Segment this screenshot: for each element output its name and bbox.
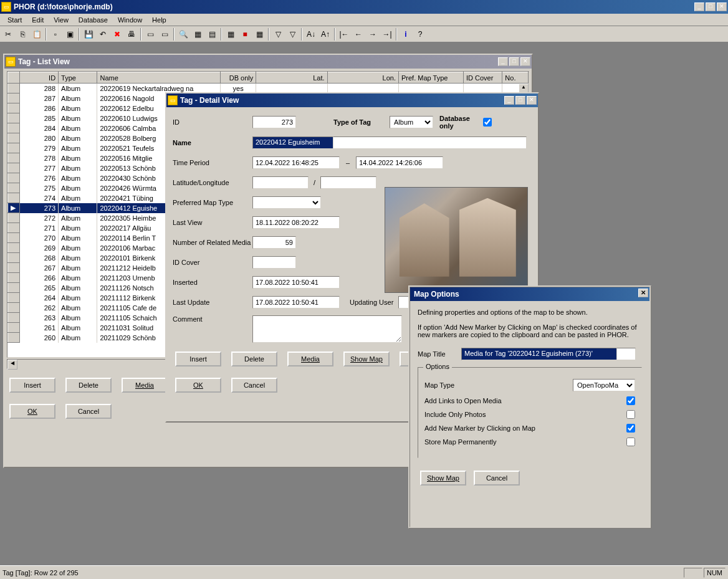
zoom-icon[interactable]: ▤ bbox=[205, 27, 219, 41]
list-maximize-button[interactable]: □ bbox=[509, 57, 519, 66]
copy-icon[interactable]: ⎘ bbox=[16, 27, 29, 41]
next-icon[interactable]: → bbox=[366, 27, 380, 41]
minimize-button[interactable]: _ bbox=[694, 2, 704, 11]
last-icon[interactable]: →| bbox=[380, 27, 394, 41]
filter-off-icon[interactable]: ▽ bbox=[285, 27, 299, 41]
list-delete-button[interactable]: Delete bbox=[65, 378, 112, 393]
menu-window[interactable]: Window bbox=[113, 15, 147, 25]
delete-icon[interactable]: ✖ bbox=[110, 27, 124, 41]
inserted-field[interactable] bbox=[252, 276, 340, 289]
detail-media-button[interactable]: Media bbox=[287, 352, 333, 366]
first-icon[interactable]: |← bbox=[337, 27, 351, 41]
grid-col-0[interactable] bbox=[8, 72, 20, 84]
refresh-icon[interactable]: ▦ bbox=[252, 27, 266, 41]
save-icon[interactable]: 💾 bbox=[82, 27, 95, 41]
filter-icon[interactable]: ▽ bbox=[271, 27, 285, 41]
folder2-icon[interactable]: ▭ bbox=[158, 27, 171, 41]
opt-maptype-select[interactable]: OpenTopoMa bbox=[573, 379, 635, 391]
grid-col-9[interactable]: No. bbox=[502, 72, 529, 84]
menu-database[interactable]: Database bbox=[74, 15, 113, 25]
grid-col-8[interactable]: ID Cover bbox=[463, 72, 502, 84]
tile-icon[interactable]: ▦ bbox=[224, 27, 237, 41]
period-from-field[interactable] bbox=[252, 156, 340, 169]
grid-col-1[interactable]: ID bbox=[19, 72, 58, 84]
close-button[interactable]: ✕ bbox=[717, 2, 727, 11]
open-icon[interactable]: ▣ bbox=[63, 27, 77, 41]
lastview-field[interactable] bbox=[252, 216, 340, 229]
grid-col-3[interactable]: Name bbox=[97, 72, 221, 84]
prev-icon[interactable]: ← bbox=[352, 27, 365, 41]
idcover-field[interactable] bbox=[252, 256, 296, 269]
opt-onlyphotos-checkbox[interactable] bbox=[626, 410, 635, 419]
menubar: Start Edit View Database Window Help bbox=[0, 14, 728, 26]
mapopt-close-button[interactable]: ✕ bbox=[638, 289, 648, 297]
list-close-button[interactable]: ✕ bbox=[520, 57, 530, 66]
lastview-label: Last View bbox=[173, 219, 252, 226]
grid-col-4[interactable]: DB only bbox=[221, 72, 256, 84]
stop-icon[interactable]: ■ bbox=[238, 27, 252, 41]
detail-titlebar[interactable]: ▭ Tag - Detail View _ □ ✕ bbox=[166, 93, 538, 107]
mapopt-titlebar[interactable]: Map Options bbox=[410, 287, 649, 301]
help-icon[interactable]: ? bbox=[413, 27, 427, 41]
detail-close-button[interactable]: ✕ bbox=[527, 96, 537, 105]
info-icon[interactable]: i bbox=[399, 27, 413, 41]
idcover-label: ID Cover bbox=[173, 259, 252, 266]
grid-col-2[interactable]: Type bbox=[59, 72, 97, 84]
find-icon[interactable]: 🔍 bbox=[176, 27, 190, 41]
nummedia-field[interactable] bbox=[252, 236, 296, 249]
sort-asc-icon[interactable]: A↓ bbox=[304, 27, 318, 41]
type-select[interactable]: Album bbox=[390, 116, 433, 128]
list-minimize-button[interactable]: _ bbox=[498, 57, 508, 66]
dbonly-checkbox[interactable] bbox=[483, 118, 492, 127]
list-cancel-button[interactable]: Cancel bbox=[65, 404, 112, 419]
list-insert-button[interactable]: Insert bbox=[9, 378, 55, 393]
list-ok-button[interactable]: OK bbox=[9, 404, 55, 419]
menu-help[interactable]: Help bbox=[147, 15, 171, 25]
opt-addmarker-checkbox[interactable] bbox=[626, 424, 635, 433]
grid-col-5[interactable]: Lat. bbox=[256, 72, 327, 84]
paste-icon[interactable]: 📋 bbox=[30, 27, 44, 41]
opt-addlinks-label: Add Links to Open Media bbox=[424, 397, 502, 404]
list-titlebar[interactable]: ▭ Tag - List View _ □ ✕ bbox=[4, 55, 532, 69]
menu-start[interactable]: Start bbox=[2, 15, 27, 25]
lon-field[interactable] bbox=[320, 176, 376, 189]
list-media-button[interactable]: Media bbox=[122, 378, 168, 393]
scroll-left-icon[interactable]: ◀ bbox=[7, 360, 17, 370]
menu-edit[interactable]: Edit bbox=[27, 15, 49, 25]
id-label: ID bbox=[173, 118, 252, 126]
window-icon: ▭ bbox=[168, 95, 178, 105]
sort-desc-icon[interactable]: A↑ bbox=[318, 27, 332, 41]
opt-addlinks-checkbox[interactable] bbox=[626, 396, 635, 405]
maximize-button[interactable]: □ bbox=[706, 2, 716, 11]
lastupdate-field[interactable] bbox=[252, 296, 340, 309]
maptitle-field[interactable]: Media for Tag '20220412 Eguisheim (273)' bbox=[461, 348, 617, 360]
mapopt-title: Map Options bbox=[411, 290, 648, 299]
detail-showmap-button[interactable]: Show Map bbox=[343, 352, 390, 366]
grid-col-6[interactable]: Lon. bbox=[327, 72, 398, 84]
detail-insert-button[interactable]: Insert bbox=[175, 352, 221, 366]
detail-delete-button[interactable]: Delete bbox=[231, 352, 277, 366]
undo-icon[interactable]: ↶ bbox=[96, 27, 110, 41]
name-field[interactable]: 20220412 Eguisheim bbox=[252, 136, 333, 149]
opt-store-checkbox[interactable] bbox=[626, 438, 635, 446]
menu-view[interactable]: View bbox=[49, 15, 74, 25]
mapopt-cancel-button[interactable]: Cancel bbox=[474, 471, 520, 486]
grid-col-7[interactable]: Pref. Map Type bbox=[398, 72, 463, 84]
new-icon[interactable]: ▫ bbox=[49, 27, 62, 41]
detail-cancel-button[interactable]: Cancel bbox=[231, 378, 277, 393]
print-icon[interactable]: 🖶 bbox=[125, 27, 138, 41]
detail-ok-button[interactable]: OK bbox=[175, 378, 221, 393]
grid-icon[interactable]: ▦ bbox=[191, 27, 204, 41]
comment-field[interactable] bbox=[252, 315, 402, 343]
cut-icon[interactable]: ✂ bbox=[1, 27, 15, 41]
lat-field[interactable] bbox=[252, 176, 309, 189]
mapopt-showmap-button[interactable]: Show Map bbox=[420, 471, 466, 486]
detail-maximize-button[interactable]: □ bbox=[515, 96, 525, 105]
id-field[interactable] bbox=[252, 116, 296, 128]
folder-icon[interactable]: ▭ bbox=[143, 27, 157, 41]
detail-minimize-button[interactable]: _ bbox=[504, 96, 514, 105]
maptype-select[interactable] bbox=[252, 196, 321, 209]
status-num: NUM bbox=[704, 568, 726, 578]
opt-onlyphotos-label: Include Only Photos bbox=[424, 411, 486, 418]
period-to-field[interactable] bbox=[356, 156, 443, 169]
